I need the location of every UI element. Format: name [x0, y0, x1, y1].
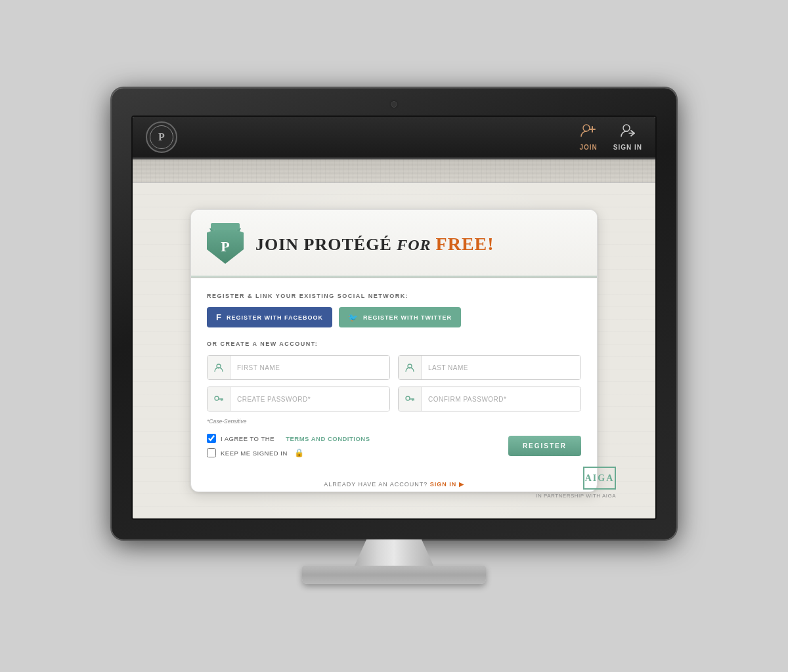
- user-icon-last: [399, 356, 422, 379]
- key-icon-confirm: [399, 387, 422, 411]
- site-logo[interactable]: P: [146, 121, 177, 153]
- last-name-group: [398, 355, 581, 380]
- form-footer: I AGREE TO THE TERMS AND CONDITIONS KEEP…: [207, 434, 581, 457]
- nav-actions: JOIN SIGN IN: [579, 123, 642, 151]
- keep-signed-label: KEEP ME SIGNED IN: [221, 450, 288, 457]
- svg-point-7: [215, 396, 219, 400]
- signin-label: SIGN IN: [613, 144, 642, 151]
- card-header: P JOIN PROTÉGÉ for FREE!: [191, 210, 597, 278]
- aiga-caption: IN PARTNERSHIP WITH AIGA: [536, 493, 616, 499]
- guilloche-pattern: [133, 159, 655, 182]
- aiga-section: AIGA IN PARTNERSHIP WITH AIGA: [536, 467, 616, 499]
- screen: P JOIN: [131, 116, 657, 520]
- card-title: JOIN PROTÉGÉ for FREE!: [255, 234, 494, 255]
- decorative-divider: [133, 159, 655, 183]
- logo-letter: P: [150, 125, 173, 149]
- create-password-group: [207, 387, 390, 411]
- card-body: REGISTER & LINK YOUR EXISTING SOCIAL NET…: [191, 278, 597, 472]
- stand-neck: [355, 539, 433, 566]
- lock-icon: 🔒: [294, 448, 305, 457]
- facebook-register-button[interactable]: f REGISTER WITH FACEBOOK: [207, 307, 332, 327]
- registration-card: P JOIN PROTÉGÉ for FREE! REGISTER & LI: [190, 209, 598, 492]
- name-row: [207, 355, 581, 380]
- svg-point-3: [623, 125, 630, 131]
- confirm-password-input[interactable]: [422, 387, 580, 411]
- signin-footer-link[interactable]: SIGN IN ▶: [430, 481, 464, 488]
- title-for: for: [397, 236, 435, 253]
- first-name-group: [207, 355, 390, 380]
- social-buttons: f REGISTER WITH FACEBOOK 🐦 REGISTER WITH…: [207, 307, 581, 327]
- join-icon: [580, 123, 597, 142]
- aiga-text: AIGA: [585, 473, 615, 484]
- stand-base: [302, 566, 486, 584]
- checkboxes: I AGREE TO THE TERMS AND CONDITIONS KEEP…: [207, 434, 370, 457]
- register-button[interactable]: REGISTER: [508, 436, 581, 456]
- join-nav-item[interactable]: JOIN: [579, 123, 597, 151]
- last-name-input[interactable]: [422, 356, 580, 379]
- terms-link[interactable]: TERMS AND CONDITIONS: [286, 435, 370, 442]
- monitor-body: P JOIN: [112, 88, 676, 539]
- badge-letter: P: [221, 238, 229, 255]
- create-password-input[interactable]: [230, 387, 389, 411]
- twitter-icon: 🐦: [348, 313, 359, 322]
- svg-point-0: [583, 125, 590, 131]
- keep-signed-row[interactable]: KEEP ME SIGNED IN 🔒: [207, 448, 370, 457]
- key-icon-create: [208, 387, 230, 411]
- facebook-icon: f: [216, 312, 222, 322]
- signin-nav-item[interactable]: SIGN IN: [613, 123, 642, 151]
- twitter-register-button[interactable]: 🐦 REGISTER WITH TWITTER: [339, 307, 461, 327]
- password-row: [207, 387, 581, 411]
- user-icon-first: [208, 356, 230, 379]
- svg-point-11: [406, 396, 410, 400]
- aiga-logo: AIGA: [583, 467, 616, 490]
- camera-icon: [391, 101, 397, 108]
- case-sensitive-note: *Case-Sensitive: [207, 418, 581, 425]
- agree-terms-checkbox[interactable]: [207, 434, 216, 443]
- keep-signed-checkbox[interactable]: [207, 448, 216, 457]
- new-account-label: OR CREATE A NEW ACCOUNT:: [207, 341, 581, 347]
- signin-icon: [619, 123, 636, 142]
- monitor-stand: [112, 539, 676, 584]
- agree-terms-row[interactable]: I AGREE TO THE TERMS AND CONDITIONS: [207, 434, 370, 443]
- navbar: P JOIN: [133, 117, 655, 159]
- already-account-text: ALREADY HAVE AN ACCOUNT?: [324, 481, 427, 488]
- badge-logo: P: [207, 223, 244, 265]
- confirm-password-group: [398, 387, 581, 411]
- social-section-label: REGISTER & LINK YOUR EXISTING SOCIAL NET…: [207, 293, 581, 299]
- monitor: P JOIN: [112, 88, 676, 584]
- title-main: JOIN PROTÉGÉ: [255, 235, 397, 254]
- title-free: FREE!: [436, 234, 494, 254]
- first-name-input[interactable]: [230, 356, 389, 379]
- agree-label: I AGREE TO THE: [221, 435, 274, 442]
- join-label: JOIN: [579, 144, 597, 151]
- main-content: P JOIN PROTÉGÉ for FREE! REGISTER & LI: [133, 183, 655, 518]
